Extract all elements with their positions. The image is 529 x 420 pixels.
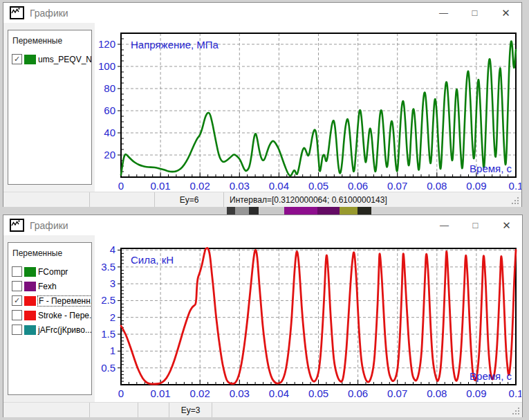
maximize-button[interactable]: □ — [460, 215, 491, 235]
svg-text:4: 4 — [110, 244, 115, 255]
color-swatch — [24, 282, 36, 291]
window-title: Графики — [30, 220, 429, 231]
variable-checkbox[interactable] — [12, 281, 22, 291]
minimize-button[interactable]: — — [429, 215, 460, 235]
svg-text:1.5: 1.5 — [101, 328, 115, 340]
variable-item[interactable]: ums_PEQV_N... — [12, 52, 91, 66]
sliver-segment — [235, 207, 249, 214]
title-bar[interactable]: Графики — □ ✕ — [3, 3, 521, 23]
variable-item[interactable]: F - Переменн... — [12, 293, 91, 308]
color-swatch — [24, 311, 36, 320]
svg-text:0.08: 0.08 — [427, 180, 447, 192]
svg-text:0: 0 — [118, 180, 124, 192]
svg-text:120: 120 — [98, 38, 115, 50]
variable-checkbox[interactable] — [12, 54, 22, 64]
status-bar: Ey=6 Интервал=[0.3120000064; 0.610000014… — [3, 192, 521, 207]
background-window-sliver — [227, 207, 371, 214]
sliver-segment — [340, 207, 358, 214]
sliver-segment — [358, 207, 371, 214]
svg-text:80: 80 — [104, 82, 115, 94]
svg-text:0.05: 0.05 — [308, 180, 328, 192]
variable-label: ums_PEQV_N... — [38, 55, 92, 64]
status-panel-ey: Ey=6 — [155, 192, 224, 207]
close-button[interactable]: ✕ — [491, 215, 522, 235]
svg-text:3.5: 3.5 — [101, 261, 115, 273]
svg-text:0.06: 0.06 — [348, 387, 368, 399]
desktop: { "windows": [ { "title": "Графики", "co… — [0, 0, 529, 420]
chart-title: Сила, кН — [131, 254, 174, 266]
variables-header: Переменные — [12, 36, 91, 46]
stress-chart[interactable]: 00.010.020.030.040.050.060.070.080.090.1… — [96, 27, 521, 193]
svg-text:0.04: 0.04 — [269, 387, 289, 399]
status-panel — [212, 403, 522, 417]
window-controls: — □ ✕ — [428, 3, 521, 23]
variable-item[interactable]: jAFrc(jКриво... — [12, 322, 91, 337]
svg-text:0.02: 0.02 — [190, 180, 210, 192]
variable-item[interactable]: Fexh — [12, 279, 91, 293]
svg-text:3: 3 — [110, 277, 115, 289]
status-panel-ey: Ey=3 — [169, 403, 212, 417]
variables-sidebar: Переменные ums_PEQV_N... — [3, 23, 95, 192]
svg-text:0.5: 0.5 — [101, 362, 115, 374]
svg-text:0.04: 0.04 — [269, 180, 289, 192]
window-title: Графики — [30, 8, 428, 19]
svg-text:0.1: 0.1 — [509, 387, 521, 399]
chart-app-icon — [10, 219, 24, 232]
variable-checkbox[interactable] — [12, 310, 22, 320]
status-bar: Ey=3 — [3, 402, 522, 417]
svg-text:0.09: 0.09 — [466, 387, 486, 399]
resize-grip-icon[interactable] — [512, 408, 520, 415]
svg-text:20: 20 — [104, 149, 115, 161]
color-swatch — [24, 55, 36, 64]
svg-text:1: 1 — [110, 345, 115, 356]
variable-label: FCompr — [38, 267, 68, 277]
svg-text:2: 2 — [110, 311, 115, 323]
svg-text:0.05: 0.05 — [308, 387, 328, 399]
close-button[interactable]: ✕ — [490, 3, 521, 23]
chart-title: Напряжение, МПа — [131, 39, 219, 51]
gridlines — [121, 248, 516, 385]
svg-text:0.09: 0.09 — [466, 180, 486, 192]
title-bar[interactable]: Графики — □ ✕ — [3, 215, 522, 235]
maximize-button[interactable]: □ — [459, 3, 490, 23]
minimize-button[interactable]: — — [428, 3, 459, 23]
x-axis-label: Время, с — [470, 370, 512, 382]
variables-header: Переменные — [12, 248, 91, 258]
variable-checkbox[interactable] — [12, 325, 22, 335]
status-panel — [3, 192, 90, 207]
color-swatch — [24, 325, 36, 335]
svg-text:0.06: 0.06 — [348, 180, 368, 192]
svg-text:0.03: 0.03 — [230, 387, 250, 399]
sliver-segment — [284, 207, 317, 214]
plot-region[interactable]: 00.010.020.030.040.050.060.070.080.090.1… — [95, 235, 522, 402]
svg-text:0.01: 0.01 — [150, 180, 170, 192]
resize-grip-icon[interactable] — [512, 197, 519, 205]
color-swatch — [24, 267, 36, 277]
chart-window-bottom: Графики — □ ✕ Переменные FCompr Fexh — [3, 214, 523, 417]
variable-checkbox[interactable] — [12, 266, 22, 277]
variable-label: Fexh — [38, 282, 57, 291]
variables-sidebar: Переменные FCompr Fexh F - Переменн... — [3, 235, 95, 402]
svg-text:100: 100 — [98, 60, 115, 72]
variable-item[interactable]: Stroke - Пере... — [12, 308, 91, 322]
svg-text:0.08: 0.08 — [427, 387, 447, 399]
status-panel — [3, 403, 90, 417]
variables-panel: Переменные ums_PEQV_N... — [8, 30, 92, 185]
plot-region[interactable]: 00.010.020.030.040.050.060.070.080.090.1… — [95, 23, 521, 192]
svg-text:0.07: 0.07 — [387, 180, 407, 192]
svg-text:0.01: 0.01 — [150, 387, 170, 399]
sliver-segment — [259, 207, 284, 214]
svg-text:0: 0 — [118, 387, 124, 399]
window-content: Переменные ums_PEQV_N... 00.010.020.030.… — [3, 23, 521, 192]
variables-panel: Переменные FCompr Fexh F - Переменн... — [8, 242, 92, 395]
variable-checkbox[interactable] — [12, 295, 22, 306]
variable-label: jAFrc(jКриво... — [38, 325, 92, 335]
window-controls: — □ ✕ — [429, 215, 522, 235]
svg-text:0.1: 0.1 — [509, 180, 521, 192]
sliver-segment — [317, 207, 340, 214]
variable-item[interactable]: FCompr — [12, 264, 91, 279]
svg-text:0.02: 0.02 — [190, 387, 210, 399]
variable-label: F - Переменн... — [38, 296, 92, 306]
force-chart[interactable]: 00.010.020.030.040.050.060.070.080.090.1… — [96, 239, 521, 404]
variable-label: Stroke - Пере... — [38, 311, 92, 320]
